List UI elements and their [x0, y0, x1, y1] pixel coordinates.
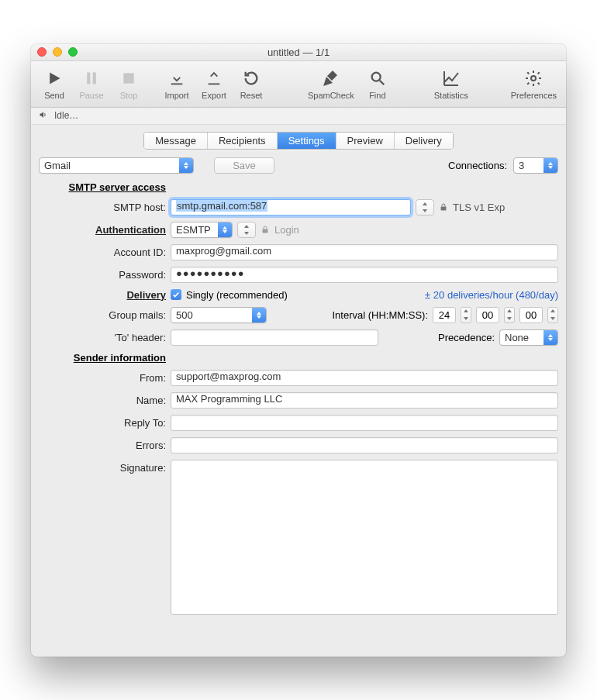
- lock-icon: [261, 224, 270, 235]
- svg-rect-5: [209, 83, 220, 84]
- password-label: Password:: [39, 269, 171, 281]
- to-header-input[interactable]: [171, 329, 378, 346]
- search-icon: [368, 68, 388, 88]
- from-value: support@maxprog.com: [176, 371, 281, 382]
- app-window: untitled — 1/1 Send Pause Stop: [31, 44, 566, 657]
- svg-rect-4: [171, 83, 183, 84]
- stop-button[interactable]: Stop: [112, 63, 146, 105]
- tab-settings[interactable]: Settings: [278, 133, 336, 149]
- auth-method-value: ESMTP: [176, 224, 211, 236]
- svg-rect-12: [263, 229, 268, 233]
- import-button[interactable]: Import: [160, 63, 194, 105]
- gear-icon: [523, 68, 544, 88]
- account-id-label: Account ID:: [39, 247, 171, 258]
- password-value: ●●●●●●●●●●: [176, 267, 245, 279]
- spamcheck-button[interactable]: SpamCheck: [305, 63, 357, 105]
- precedence-label: Precedence:: [438, 332, 495, 343]
- stop-label: Stop: [120, 91, 138, 100]
- connections-select[interactable]: 3: [513, 157, 558, 174]
- tab-message[interactable]: Message: [144, 133, 208, 149]
- chevron-updown-icon: [218, 222, 232, 237]
- chevron-updown-icon: [252, 308, 266, 322]
- statistics-button[interactable]: Statistics: [431, 63, 471, 105]
- account-select[interactable]: Gmail: [39, 157, 194, 174]
- tab-preview[interactable]: Preview: [336, 133, 395, 149]
- statistics-label: Statistics: [434, 91, 468, 100]
- precedence-select[interactable]: None: [499, 329, 558, 346]
- tabs: Message Recipients Settings Preview Deli…: [31, 125, 566, 157]
- name-input[interactable]: MAX Programming LLC: [171, 392, 558, 409]
- singly-label: Singly (recommended): [186, 289, 288, 301]
- chart-icon: [441, 68, 461, 88]
- speaker-icon: [37, 110, 50, 122]
- password-input[interactable]: ●●●●●●●●●●: [171, 267, 558, 283]
- svg-marker-0: [50, 72, 60, 84]
- section-delivery: Delivery: [39, 289, 171, 301]
- reply-to-input[interactable]: [171, 415, 558, 431]
- tab-recipients[interactable]: Recipients: [208, 133, 278, 149]
- send-button[interactable]: Send: [37, 63, 71, 105]
- interval-mm-stepper[interactable]: [504, 307, 515, 323]
- account-id-input[interactable]: maxprog@gmail.com: [171, 244, 558, 260]
- reply-to-label: Reply To:: [39, 417, 171, 429]
- from-input[interactable]: support@maxprog.com: [171, 370, 558, 386]
- interval-hh-stepper[interactable]: [461, 307, 471, 323]
- stop-icon: [119, 68, 139, 88]
- smtp-host-label: SMTP host:: [39, 202, 171, 213]
- precedence-value: None: [505, 332, 529, 343]
- spamcheck-label: SpamCheck: [308, 91, 354, 100]
- section-sender: Sender information: [39, 352, 171, 364]
- interval-hh-input[interactable]: [433, 307, 456, 323]
- interval-ss-input[interactable]: [519, 307, 543, 323]
- lock-icon: [439, 202, 448, 212]
- singly-checkbox[interactable]: [171, 289, 181, 300]
- auth-stepper[interactable]: [237, 222, 256, 238]
- zoom-icon[interactable]: [68, 47, 78, 57]
- name-label: Name:: [39, 395, 171, 406]
- errors-label: Errors:: [39, 440, 171, 451]
- chevron-updown-icon: [179, 158, 193, 173]
- errors-input[interactable]: [171, 437, 558, 453]
- svg-rect-11: [441, 207, 447, 211]
- interval-label: Interval (HH:MM:SS):: [332, 309, 428, 321]
- toolbar: Send Pause Stop Import: [31, 61, 566, 108]
- to-header-label: 'To' header:: [39, 332, 171, 343]
- chevron-updown-icon: [544, 330, 557, 345]
- save-label: Save: [233, 160, 256, 171]
- send-label: Send: [44, 91, 64, 100]
- reset-icon: [241, 68, 261, 88]
- titlebar: untitled — 1/1: [31, 44, 566, 61]
- account-id-value: maxprog@gmail.com: [176, 245, 271, 257]
- connections-value: 3: [519, 160, 524, 171]
- connections-label: Connections:: [448, 160, 507, 171]
- reset-label: Reset: [240, 91, 263, 100]
- export-button[interactable]: Export: [197, 63, 231, 105]
- broom-icon: [321, 68, 341, 88]
- delivery-rate-link[interactable]: ± 20 deliveries/hour (480/day): [425, 289, 558, 301]
- auth-method-select[interactable]: ESMTP: [171, 222, 233, 238]
- tab-delivery[interactable]: Delivery: [395, 133, 453, 149]
- preferences-button[interactable]: Preferences: [508, 63, 560, 105]
- interval-ss-stepper[interactable]: [547, 307, 558, 323]
- group-mails-select[interactable]: 500: [171, 307, 267, 323]
- export-label: Export: [202, 91, 226, 100]
- group-mails-value: 500: [176, 309, 193, 321]
- chevron-updown-icon: [544, 158, 557, 173]
- name-value: MAX Programming LLC: [176, 393, 282, 405]
- interval-mm-input[interactable]: [476, 307, 499, 323]
- svg-rect-3: [123, 73, 133, 83]
- signature-input[interactable]: [171, 460, 558, 615]
- find-button[interactable]: Find: [361, 63, 395, 105]
- pause-button[interactable]: Pause: [74, 63, 109, 105]
- minimize-icon[interactable]: [53, 47, 62, 57]
- import-icon: [167, 68, 187, 88]
- smtp-host-input[interactable]: smtp.gmail.com:587: [171, 199, 411, 216]
- svg-rect-1: [87, 72, 90, 84]
- svg-point-6: [372, 72, 381, 81]
- reset-button[interactable]: Reset: [234, 63, 268, 105]
- close-icon[interactable]: [37, 47, 47, 57]
- preferences-label: Preferences: [511, 91, 557, 100]
- smtp-host-stepper[interactable]: [416, 199, 434, 216]
- save-button[interactable]: Save: [214, 157, 274, 174]
- svg-point-10: [531, 76, 536, 81]
